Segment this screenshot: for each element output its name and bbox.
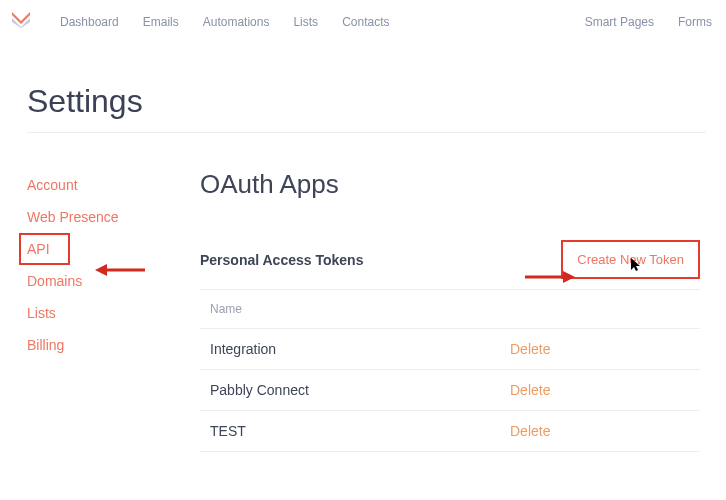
nav-left: Dashboard Emails Automations Lists Conta…	[60, 15, 389, 29]
sidebar-item-billing[interactable]: Billing	[27, 329, 64, 361]
main: Account Web Presence API Domains Lists B…	[0, 133, 726, 452]
sidebar-item-account[interactable]: Account	[27, 169, 78, 201]
delete-link[interactable]: Delete	[510, 423, 690, 439]
table-row: Pabbly Connect Delete	[200, 370, 700, 411]
nav-smart-pages[interactable]: Smart Pages	[585, 15, 654, 29]
nav-forms[interactable]: Forms	[678, 15, 712, 29]
token-name: Integration	[210, 341, 510, 357]
content: OAuth Apps Personal Access Tokens Create…	[200, 169, 726, 452]
logo-icon	[12, 12, 30, 31]
nav-dashboard[interactable]: Dashboard	[60, 15, 119, 29]
section-label: Personal Access Tokens	[200, 252, 363, 268]
delete-link[interactable]: Delete	[510, 382, 690, 398]
nav-automations[interactable]: Automations	[203, 15, 270, 29]
content-heading: OAuth Apps	[200, 169, 700, 200]
table-header-name: Name	[200, 290, 700, 329]
nav-contacts[interactable]: Contacts	[342, 15, 389, 29]
sidebar-item-api[interactable]: API	[19, 233, 70, 265]
tokens-table: Name Integration Delete Pabbly Connect D…	[200, 290, 700, 452]
delete-link[interactable]: Delete	[510, 341, 690, 357]
cursor-icon	[631, 258, 643, 275]
table-row: Integration Delete	[200, 329, 700, 370]
page-title: Settings	[27, 83, 726, 120]
nav-lists[interactable]: Lists	[293, 15, 318, 29]
sidebar-item-domains[interactable]: Domains	[27, 265, 82, 297]
sidebar-item-lists[interactable]: Lists	[27, 297, 56, 329]
sidebar: Account Web Presence API Domains Lists B…	[0, 169, 200, 452]
sidebar-item-web-presence[interactable]: Web Presence	[27, 201, 119, 233]
nav-emails[interactable]: Emails	[143, 15, 179, 29]
top-nav: Dashboard Emails Automations Lists Conta…	[0, 0, 726, 43]
token-name: Pabbly Connect	[210, 382, 510, 398]
section-row: Personal Access Tokens Create New Token	[200, 240, 700, 290]
nav-right: Smart Pages Forms	[585, 15, 712, 29]
create-new-token-button[interactable]: Create New Token	[561, 240, 700, 279]
token-name: TEST	[210, 423, 510, 439]
table-row: TEST Delete	[200, 411, 700, 452]
